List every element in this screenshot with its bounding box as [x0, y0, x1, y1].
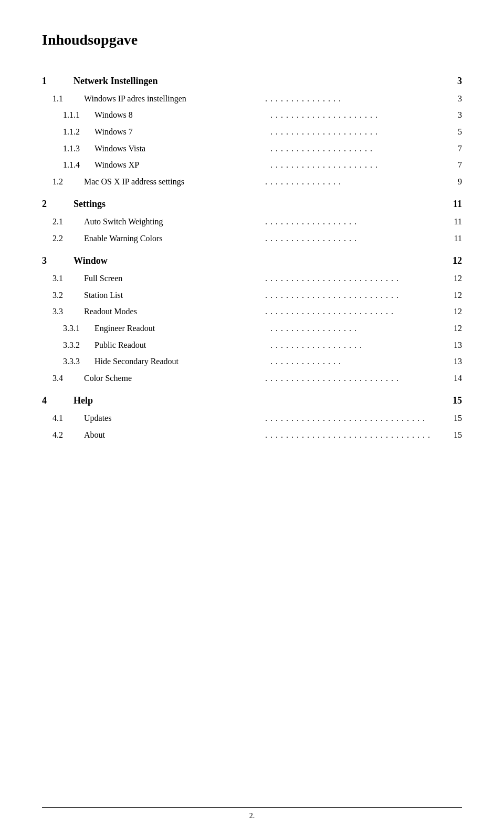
- section-1-1-2-page: 5: [446, 125, 462, 139]
- section-3-4-page: 14: [446, 371, 462, 385]
- toc-row-3-4: 3.4 Color Scheme . . . . . . . . . . . .…: [42, 371, 462, 385]
- section-3-1-dots: . . . . . . . . . . . . . . . . . . . . …: [265, 272, 444, 285]
- section-4-2-label: About: [84, 428, 263, 442]
- section-3-1-page: 12: [446, 272, 462, 285]
- section-2-2-number: 2.2: [42, 232, 84, 245]
- section-3-3-3-dots: . . . . . . . . . . . . . .: [270, 355, 444, 368]
- toc-section-1: 1 Netwerk Instellingen 3 1.1 Windows IP …: [42, 74, 462, 188]
- section-3-3-3-label: Hide Secondary Readout: [94, 355, 268, 368]
- section-3-3-3-number: 3.3.3: [42, 355, 94, 368]
- section-3-1-label: Full Screen: [84, 272, 263, 285]
- section-1-1-2-dots: . . . . . . . . . . . . . . . . . . . . …: [270, 125, 444, 139]
- section-3-3-3-page: 13: [446, 355, 462, 368]
- section-4-1-page: 15: [446, 411, 462, 425]
- page-title: Inhoudsopgave: [42, 32, 462, 48]
- toc-row-1-1: 1.1 Windows IP adres instellingen . . . …: [42, 92, 462, 106]
- toc-row-1-2: 1.2 Mac OS X IP address settings . . . .…: [42, 175, 462, 189]
- section-1-label: Netwerk Instellingen: [74, 74, 446, 89]
- toc-row-3: 3 Window 12: [42, 253, 462, 269]
- toc-row-1-1-3: 1.1.3 Windows Vista . . . . . . . . . . …: [42, 142, 462, 156]
- toc-row-3-3-1: 3.3.1 Engineer Readout . . . . . . . . .…: [42, 322, 462, 335]
- toc-row-3-3: 3.3 Readout Modes . . . . . . . . . . . …: [42, 305, 462, 318]
- section-3-1-number: 3.1: [42, 272, 84, 285]
- section-3-2-page: 12: [446, 288, 462, 302]
- section-1-1-4-number: 1.1.4: [42, 158, 94, 172]
- toc-section-3: 3 Window 12 3.1 Full Screen . . . . . . …: [42, 253, 462, 385]
- section-3-3-1-dots: . . . . . . . . . . . . . . . . .: [270, 322, 444, 335]
- section-2-1-page: 11: [446, 215, 462, 229]
- toc-row-2-1: 2.1 Auto Switch Weighting . . . . . . . …: [42, 215, 462, 229]
- section-4-2-dots: . . . . . . . . . . . . . . . . . . . . …: [265, 428, 444, 442]
- footer-page-number: 2.: [249, 812, 255, 820]
- section-3-2-label: Station List: [84, 288, 263, 302]
- section-3-3-dots: . . . . . . . . . . . . . . . . . . . . …: [265, 305, 444, 318]
- section-2-1-number: 2.1: [42, 215, 84, 229]
- section-3-4-dots: . . . . . . . . . . . . . . . . . . . . …: [265, 371, 444, 385]
- section-3-3-1-label: Engineer Readout: [94, 322, 268, 335]
- section-1-1-3-dots: . . . . . . . . . . . . . . . . . . . .: [270, 142, 444, 156]
- section-1-2-page: 9: [446, 175, 462, 189]
- section-1-1-2-label: Windows 7: [94, 125, 268, 139]
- section-4-2-number: 4.2: [42, 428, 84, 442]
- section-3-3-2-number: 3.3.2: [42, 338, 94, 352]
- toc-row-3-2: 3.2 Station List . . . . . . . . . . . .…: [42, 288, 462, 302]
- section-1-1-4-label: Windows XP: [94, 158, 268, 172]
- section-1-1-3-label: Windows Vista: [94, 142, 268, 156]
- section-3-2-dots: . . . . . . . . . . . . . . . . . . . . …: [265, 288, 444, 302]
- section-4-2-page: 15: [446, 428, 462, 442]
- section-4-page: 15: [446, 393, 462, 408]
- section-3-3-2-page: 13: [446, 338, 462, 352]
- section-1-1-4-dots: . . . . . . . . . . . . . . . . . . . . …: [270, 158, 444, 172]
- section-4-number: 4: [42, 393, 74, 408]
- section-1-1-1-label: Windows 8: [94, 108, 268, 122]
- section-4-1-dots: . . . . . . . . . . . . . . . . . . . . …: [265, 411, 444, 425]
- section-1-2-dots: . . . . . . . . . . . . . . .: [265, 175, 444, 189]
- toc-row-4-1: 4.1 Updates . . . . . . . . . . . . . . …: [42, 411, 462, 425]
- section-1-1-1-dots: . . . . . . . . . . . . . . . . . . . . …: [270, 108, 444, 122]
- section-3-label: Window: [74, 253, 446, 269]
- section-1-1-3-number: 1.1.3: [42, 142, 94, 156]
- section-1-1-1-number: 1.1.1: [42, 108, 94, 122]
- toc-row-4-2: 4.2 About . . . . . . . . . . . . . . . …: [42, 428, 462, 442]
- toc-row-3-3-3: 3.3.3 Hide Secondary Readout . . . . . .…: [42, 355, 462, 368]
- section-2-page: 11: [446, 197, 462, 212]
- toc-section-4: 4 Help 15 4.1 Updates . . . . . . . . . …: [42, 393, 462, 441]
- toc-row-1-1-1: 1.1.1 Windows 8 . . . . . . . . . . . . …: [42, 108, 462, 122]
- page-footer: 2.: [0, 807, 504, 820]
- section-3-2-number: 3.2: [42, 288, 84, 302]
- section-4-1-number: 4.1: [42, 411, 84, 425]
- section-1-1-label: Windows IP adres instellingen: [84, 92, 263, 106]
- toc-row-3-1: 3.1 Full Screen . . . . . . . . . . . . …: [42, 272, 462, 285]
- section-1-1-dots: . . . . . . . . . . . . . . .: [265, 92, 444, 106]
- toc-row-2-2: 2.2 Enable Warning Colors . . . . . . . …: [42, 232, 462, 245]
- section-4-label: Help: [74, 393, 446, 408]
- section-1-1-3-page: 7: [446, 142, 462, 156]
- section-1-number: 1: [42, 74, 74, 89]
- section-2-1-dots: . . . . . . . . . . . . . . . . . .: [265, 215, 444, 229]
- section-2-number: 2: [42, 197, 74, 212]
- toc-section-2: 2 Settings 11 2.1 Auto Switch Weighting …: [42, 197, 462, 245]
- section-3-4-label: Color Scheme: [84, 371, 263, 385]
- section-1-1-2-number: 1.1.2: [42, 125, 94, 139]
- section-3-page: 12: [446, 253, 462, 269]
- section-3-3-1-page: 12: [446, 322, 462, 335]
- section-3-4-number: 3.4: [42, 371, 84, 385]
- section-1-1-page: 3: [446, 92, 462, 106]
- section-3-number: 3: [42, 253, 74, 269]
- section-1-2-number: 1.2: [42, 175, 84, 189]
- section-2-2-page: 11: [446, 232, 462, 245]
- section-1-2-label: Mac OS X IP address settings: [84, 175, 263, 189]
- toc-container: 1 Netwerk Instellingen 3 1.1 Windows IP …: [42, 74, 462, 441]
- section-2-1-label: Auto Switch Weighting: [84, 215, 263, 229]
- toc-row-1: 1 Netwerk Instellingen 3: [42, 74, 462, 89]
- toc-row-1-1-2: 1.1.2 Windows 7 . . . . . . . . . . . . …: [42, 125, 462, 139]
- footer-divider: [42, 807, 462, 808]
- section-3-3-label: Readout Modes: [84, 305, 263, 318]
- toc-row-2: 2 Settings 11: [42, 197, 462, 212]
- toc-row-3-3-2: 3.3.2 Public Readout . . . . . . . . . .…: [42, 338, 462, 352]
- section-2-2-dots: . . . . . . . . . . . . . . . . . .: [265, 232, 444, 245]
- toc-row-4: 4 Help 15: [42, 393, 462, 408]
- section-3-3-1-number: 3.3.1: [42, 322, 94, 335]
- section-1-1-4-page: 7: [446, 158, 462, 172]
- toc-row-1-1-4: 1.1.4 Windows XP . . . . . . . . . . . .…: [42, 158, 462, 172]
